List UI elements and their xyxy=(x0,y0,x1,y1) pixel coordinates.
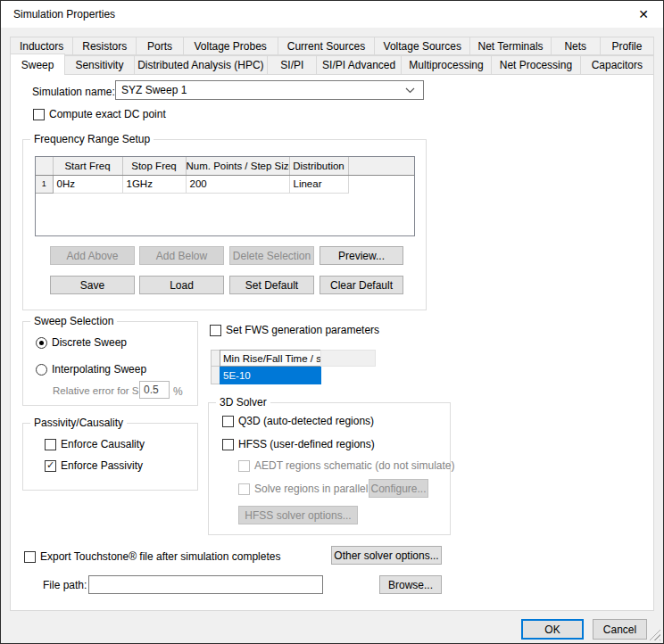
tab-sipi[interactable]: SI/PI xyxy=(267,55,317,75)
save-button[interactable]: Save xyxy=(50,276,135,294)
preview-button[interactable]: Preview... xyxy=(320,246,403,265)
sweep-selection-title: Sweep Selection xyxy=(30,315,117,327)
export-touchstone-row[interactable]: ✓ Export Touchstone® file after simulati… xyxy=(24,550,280,563)
discrete-sweep-label: Discrete Sweep xyxy=(52,336,127,349)
sweep-tab-page: Simulation name: SYZ Sweep 1 ✓ Compute e… xyxy=(10,74,654,611)
hfss-checkbox[interactable]: ✓ xyxy=(222,439,234,450)
compute-dc-checkbox[interactable]: ✓ xyxy=(33,109,45,120)
export-touchstone-checkbox[interactable]: ✓ xyxy=(24,551,36,563)
enforce-passivity-row[interactable]: ✓ Enforce Passivity xyxy=(45,459,143,472)
fws-header-cell: Min Rise/Fall Time / s xyxy=(220,350,321,367)
browse-button[interactable]: Browse... xyxy=(379,575,442,594)
check-icon: ✓ xyxy=(46,460,54,470)
simulation-name-value: SYZ Sweep 1 xyxy=(121,84,187,96)
tab-distributed-analysis[interactable]: Distributed Analysis (HPC) xyxy=(134,55,269,75)
aedt-regions-checkbox: ✓ xyxy=(238,460,250,472)
compute-dc-label: Compute exact DC point xyxy=(49,108,166,120)
enforce-passivity-label: Enforce Passivity xyxy=(61,459,143,472)
simulation-name-select[interactable]: SYZ Sweep 1 xyxy=(115,80,424,100)
aedt-regions-label: AEDT regions schematic (do not simulate) xyxy=(254,459,455,472)
tab-ports[interactable]: Ports xyxy=(136,37,183,55)
freq-cell-points[interactable]: 200 xyxy=(186,175,289,193)
fws-parameters-checkbox[interactable]: ✓ xyxy=(210,325,221,336)
fws-value-cell[interactable]: 5E-10 xyxy=(220,367,321,384)
other-solver-options-button[interactable]: Other solver options... xyxy=(331,546,442,565)
tab-net-terminals[interactable]: Net Terminals xyxy=(469,37,551,55)
freq-col-corner xyxy=(36,157,53,175)
close-icon[interactable]: ✕ xyxy=(631,4,656,24)
discrete-sweep-radio-row[interactable]: Discrete Sweep xyxy=(36,336,127,349)
resize-grip-icon[interactable] xyxy=(649,629,660,640)
freq-col-points: Num. Points / Step Size xyxy=(186,157,289,175)
relative-error-input[interactable] xyxy=(139,381,170,399)
ok-button[interactable]: OK xyxy=(521,619,584,640)
q3d-row[interactable]: ✓ Q3D (auto-detected regions) xyxy=(222,415,374,427)
tab-capacitors[interactable]: Capacitors xyxy=(580,55,654,75)
tab-current-sources[interactable]: Current Sources xyxy=(278,37,375,55)
simulation-properties-dialog: Simulation Properties ✕ Inductors Resist… xyxy=(0,0,664,644)
tab-sensitivity[interactable]: Sensitivity xyxy=(64,55,134,75)
cancel-button[interactable]: Cancel xyxy=(593,619,647,640)
file-path-input[interactable] xyxy=(88,575,323,594)
solve-parallel-label: Solve regions in parallel xyxy=(254,483,368,495)
configure-button: Configure... xyxy=(369,479,428,498)
fws-table: Min Rise/Fall Time / s 5E-10 xyxy=(211,350,377,384)
frequency-range-title: Frequency Range Setup xyxy=(30,133,154,145)
frequency-range-group: Frequency Range Setup Start Freq Stop Fr… xyxy=(22,139,427,310)
interpolating-sweep-radio[interactable] xyxy=(36,364,47,376)
add-above-button: Add Above xyxy=(50,246,135,265)
tab-multiprocessing[interactable]: Multiprocessing xyxy=(401,55,492,75)
tab-voltage-probes[interactable]: Voltage Probes xyxy=(183,37,278,55)
freq-col-start: Start Freq xyxy=(53,157,122,175)
table-row: 5E-10 xyxy=(211,367,377,384)
discrete-sweep-radio[interactable] xyxy=(36,337,47,349)
load-button[interactable]: Load xyxy=(139,276,224,294)
titlebar: Simulation Properties ✕ xyxy=(1,1,663,28)
tab-sipi-advanced[interactable]: SI/PI Advanced xyxy=(316,55,401,75)
table-row: 1 0Hz 1GHz 200 Linear xyxy=(36,175,414,193)
enforce-causality-row[interactable]: ✓ Enforce Causality xyxy=(45,438,145,450)
percent-label: % xyxy=(173,385,183,398)
freq-cell-stop[interactable]: 1GHz xyxy=(122,175,186,193)
enforce-causality-checkbox[interactable]: ✓ xyxy=(45,439,56,450)
interpolating-sweep-radio-row[interactable]: Interpolating Sweep xyxy=(36,363,146,376)
tab-profile[interactable]: Profile xyxy=(600,37,654,55)
fws-parameters-row[interactable]: ✓ Set FWS generation parameters xyxy=(210,324,379,336)
export-touchstone-label: Export Touchstone® file after simulation… xyxy=(40,550,280,563)
hfss-label: HFSS (user-defined regions) xyxy=(238,438,375,450)
tab-resistors[interactable]: Resistors xyxy=(72,37,137,55)
fws-filler-cell xyxy=(320,350,376,367)
tab-voltage-sources[interactable]: Voltage Sources xyxy=(374,37,470,55)
fws-parameters-label: Set FWS generation parameters xyxy=(226,324,379,336)
clear-default-button[interactable]: Clear Default xyxy=(320,276,403,294)
freq-cell-start[interactable]: 0Hz xyxy=(53,175,122,193)
hfss-row[interactable]: ✓ HFSS (user-defined regions) xyxy=(222,438,375,450)
aedt-regions-row: ✓ AEDT regions schematic (do not simulat… xyxy=(238,459,455,472)
tab-sweep[interactable]: Sweep xyxy=(10,54,65,75)
add-below-button: Add Below xyxy=(139,246,224,265)
solve-parallel-row: ✓ Solve regions in parallel xyxy=(238,483,368,495)
tab-inductors[interactable]: Inductors xyxy=(10,37,73,55)
freq-row-number[interactable]: 1 xyxy=(36,175,53,193)
window-title: Simulation Properties xyxy=(13,8,115,21)
enforce-causality-label: Enforce Causality xyxy=(61,438,145,450)
freq-cell-distribution[interactable]: Linear xyxy=(289,175,348,193)
hfss-solver-options-button: HFSS solver options... xyxy=(238,506,358,524)
tab-net-processing[interactable]: Net Processing xyxy=(491,55,580,75)
tab-row-2: Sweep Sensitivity Distributed Analysis (… xyxy=(10,55,654,75)
q3d-checkbox[interactable]: ✓ xyxy=(222,416,234,427)
compute-dc-checkbox-row[interactable]: ✓ Compute exact DC point xyxy=(33,108,166,120)
sweep-selection-group: Sweep Selection Discrete Sweep Interpola… xyxy=(22,321,198,406)
passivity-causality-title: Passivity/Causality xyxy=(30,417,127,429)
tab-strip: Inductors Resistors Ports Voltage Probes… xyxy=(10,37,654,75)
solve-parallel-checkbox: ✓ xyxy=(238,483,250,495)
tab-nets[interactable]: Nets xyxy=(551,37,601,55)
relative-error-label: Relative error for S: xyxy=(53,385,142,396)
freq-col-distribution: Distribution xyxy=(289,157,348,175)
tab-row-1: Inductors Resistors Ports Voltage Probes… xyxy=(10,37,654,55)
freq-col-stop: Stop Freq xyxy=(122,157,186,175)
set-default-button[interactable]: Set Default xyxy=(229,276,314,294)
file-path-label: File path: xyxy=(43,579,87,591)
enforce-passivity-checkbox[interactable]: ✓ xyxy=(45,460,56,472)
freq-cell-filler xyxy=(348,175,414,193)
